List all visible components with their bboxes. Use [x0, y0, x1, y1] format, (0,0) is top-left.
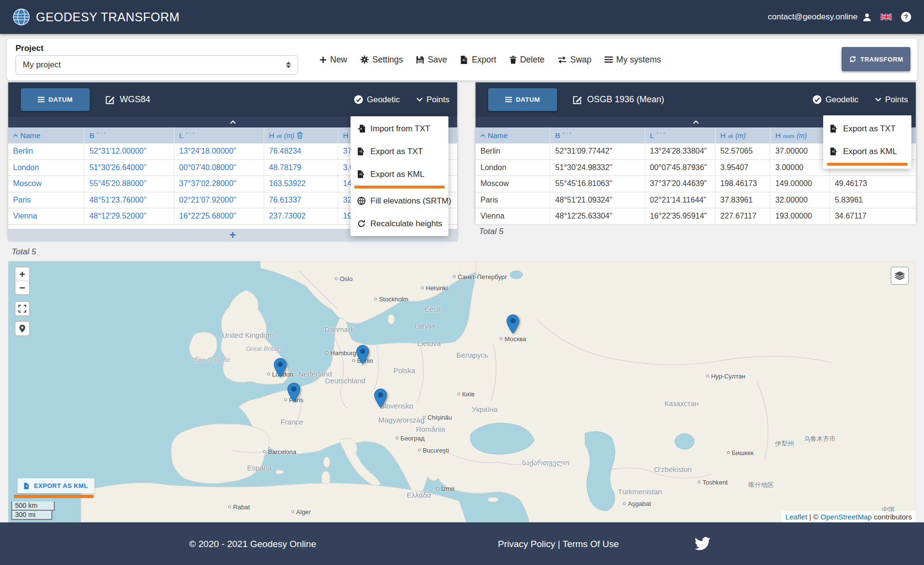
map-marker-paris[interactable]: [287, 383, 300, 402]
clear-column-icon: [297, 132, 303, 139]
export-as-kml-item[interactable]: Export as KML: [350, 163, 448, 186]
cell-name: Moscow: [476, 176, 550, 192]
settings-button[interactable]: Settings: [360, 55, 403, 65]
zoom-out-button[interactable]: −: [16, 281, 29, 294]
map-marker-vienna[interactable]: [374, 389, 387, 408]
select-caret-icon: [286, 62, 291, 68]
points-menu-right: Export as TXT Export as KML: [823, 115, 911, 169]
cell-b[interactable]: 55°45'20.88000": [84, 176, 174, 192]
col-l[interactable]: L° ' ": [645, 127, 716, 143]
points-dropdown-right[interactable]: Points: [875, 95, 908, 105]
cell-hell[interactable]: 76.61337: [264, 192, 338, 208]
export-as-txt-item[interactable]: Export as TXT: [823, 117, 911, 140]
svg-text:?: ?: [904, 14, 908, 21]
col-name[interactable]: Name: [476, 127, 550, 143]
delete-button[interactable]: Delete: [510, 55, 545, 65]
geodetic-label: Geodetic: [367, 95, 400, 105]
cell-b[interactable]: 51°30'26.64000": [84, 160, 174, 176]
transform-button[interactable]: TRANSFORM: [842, 47, 910, 71]
points-dropdown-left[interactable]: Points: [416, 95, 449, 105]
cell-name: Paris: [476, 192, 550, 208]
datum-button-right[interactable]: DATUM: [488, 88, 557, 111]
brand[interactable]: GEODESY TRANSFORM: [13, 8, 180, 26]
cell-l[interactable]: 00°07'40.08000": [175, 160, 264, 176]
geodetic-dropdown-right[interactable]: Geodetic: [812, 95, 859, 105]
col-hnorm[interactable]: Hnorm(m): [770, 127, 830, 143]
map-tiles: [8, 261, 916, 522]
cell-b[interactable]: 52°31'12.00000": [84, 143, 174, 159]
cell-name[interactable]: London: [8, 160, 84, 176]
cell-l: 00°07'45.87936": [645, 160, 716, 176]
footer-links[interactable]: Privacy Policy | Terms Of Use: [498, 539, 619, 549]
cell-hell[interactable]: 163.53922: [264, 176, 338, 192]
account-email: contact@geodesy.online: [768, 12, 858, 22]
datum-name-label: WGS84: [120, 94, 150, 105]
fullscreen-button[interactable]: [15, 301, 30, 316]
cell-l[interactable]: 02°21'07.92000": [175, 192, 264, 208]
col-name[interactable]: Name: [8, 127, 84, 143]
osm-link[interactable]: OpenStreetMap: [821, 513, 872, 521]
cell-hell[interactable]: 76.48234: [264, 143, 338, 159]
person-icon: [862, 13, 872, 22]
cell-l[interactable]: 13°24'18.00000": [175, 143, 264, 159]
cell-l: 02°21'14.11644": [645, 192, 716, 208]
datum-name-right[interactable]: OSGB 1936 (Mean): [573, 94, 664, 105]
cell-b: 48°12'25.63304": [550, 208, 645, 224]
project-select[interactable]: My project: [16, 55, 298, 75]
save-button[interactable]: Save: [416, 55, 447, 65]
leaflet-link[interactable]: Leaflet: [785, 513, 807, 521]
geodetic-dropdown-left[interactable]: Geodetic: [354, 95, 400, 105]
cell-b[interactable]: 48°12'29.52000": [84, 208, 174, 224]
cell-name[interactable]: Vienna: [8, 208, 84, 224]
cell-l: 16°22'35.95914": [645, 208, 716, 224]
map-marker-berlin[interactable]: [356, 345, 369, 364]
new-label: New: [330, 55, 347, 65]
language-flag-icon[interactable]: [880, 14, 892, 20]
cell-extra: 49.46173: [830, 176, 916, 192]
map-marker-moscow[interactable]: [507, 314, 519, 334]
col-b[interactable]: B° ' ": [84, 127, 174, 143]
chevron-down-icon: [875, 97, 881, 102]
export-as-txt-item[interactable]: Export as TXT: [350, 140, 448, 163]
cell-name[interactable]: Moscow: [8, 176, 84, 192]
export-as-kml-item[interactable]: Export as KML: [823, 140, 911, 163]
cell-name: London: [476, 160, 550, 176]
cell-l[interactable]: 37°37'02.28000": [175, 176, 264, 192]
col-b[interactable]: B° ' ": [550, 127, 645, 143]
fill-elevations-item[interactable]: Fill elevations (SRTM): [350, 189, 448, 212]
cell-hell[interactable]: 237.73002: [264, 208, 338, 224]
total-count-left: Total 5: [12, 247, 36, 257]
twitter-icon[interactable]: [693, 534, 711, 551]
cell-b[interactable]: 48°51'23.76000": [84, 192, 174, 208]
new-button[interactable]: New: [319, 55, 347, 65]
col-l[interactable]: L° ' ": [175, 127, 264, 143]
help-icon[interactable]: ?: [901, 12, 911, 22]
points-menu-left: Import from TXT Export as TXT Export as …: [350, 116, 448, 236]
map[interactable]: OsloStockholmHelsinkiСанкт-ПетербургEest…: [8, 261, 916, 522]
my-systems-button[interactable]: My systems: [605, 55, 661, 65]
col-hell[interactable]: Hell(m): [264, 127, 338, 143]
recalculate-heights-item[interactable]: Recalculate heights: [350, 212, 448, 235]
col-hell[interactable]: Hell(m): [716, 127, 771, 143]
datum-button-left[interactable]: DATUM: [21, 88, 90, 111]
kml-progress-bar: [827, 163, 908, 166]
account-menu[interactable]: contact@geodesy.online: [768, 12, 872, 22]
cell-hnorm: 37.00000: [770, 143, 830, 159]
add-marker-button[interactable]: [15, 321, 30, 336]
swap-button[interactable]: Swap: [558, 55, 591, 65]
import-from-txt-item[interactable]: Import from TXT: [350, 117, 448, 140]
map-marker-london[interactable]: [274, 358, 287, 377]
cell-b: 52°31'09.77442": [550, 143, 645, 159]
zoom-in-button[interactable]: +: [16, 267, 29, 281]
layers-control[interactable]: [891, 267, 909, 285]
cell-hell[interactable]: 48.78179: [264, 160, 338, 176]
scale-bar-mi: 300 mi: [11, 511, 52, 520]
project-select-value: My project: [23, 60, 61, 70]
export-button[interactable]: Export: [460, 55, 496, 65]
cell-name[interactable]: Paris: [8, 192, 84, 208]
scale-bar-km: 500 km: [11, 502, 55, 511]
cell-l[interactable]: 16°22'25.68000": [175, 208, 264, 224]
cell-name[interactable]: Berlin: [8, 143, 84, 159]
map-export-kml-button[interactable]: EXPORT AS KML: [17, 478, 95, 493]
datum-name-left[interactable]: WGS84: [105, 94, 150, 105]
